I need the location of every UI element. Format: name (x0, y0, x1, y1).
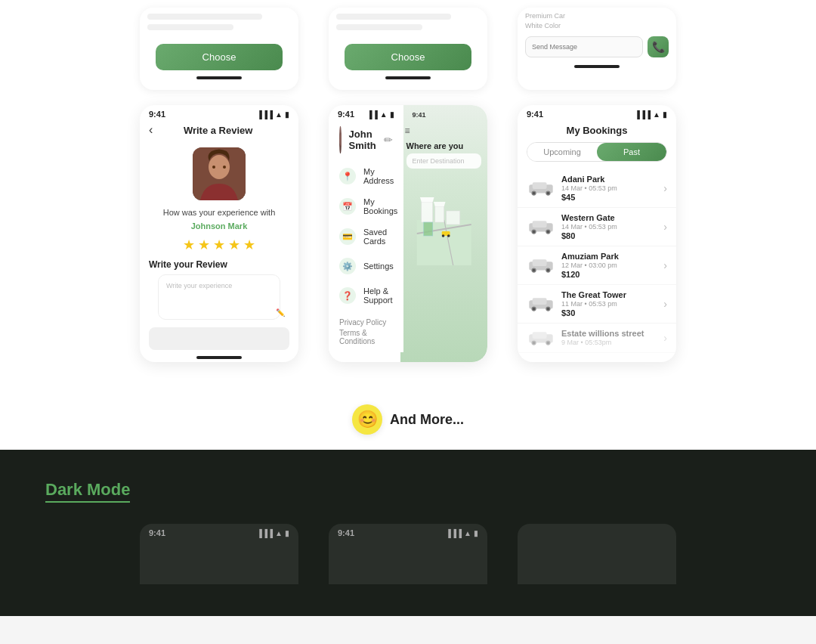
svg-rect-13 (423, 222, 432, 236)
submit-btn-placeholder[interactable] (149, 327, 289, 350)
star-5[interactable]: ★ (243, 237, 255, 253)
menu-status-icons: ▐▐ ▲ ▮ (367, 110, 394, 119)
privacy-policy-link[interactable]: Privacy Policy (339, 318, 393, 327)
where-are-you-section: Where are you Enter Destination (400, 138, 488, 172)
menu-item-help[interactable]: ❓ Help & Support (329, 280, 403, 311)
svg-point-34 (547, 269, 550, 272)
emoji-icon: 😊 (352, 404, 382, 435)
star-3[interactable]: ★ (213, 237, 225, 253)
write-review-label: Write your Review (140, 259, 298, 274)
bottom-bar-1 (196, 76, 242, 79)
svg-rect-30 (533, 259, 547, 266)
booking-date-0: 14 Mar • 05:53 pm (561, 184, 660, 192)
review-header: ‹ Write a Review (140, 120, 298, 141)
svg-point-44 (533, 342, 536, 345)
menu-left-panel: 9:41 ▐▐ ▲ ▮ John Smith ✏ (329, 105, 403, 352)
menu-help-label: Help & Support (363, 286, 393, 305)
menu-item-address[interactable]: 📍 My Address (329, 161, 403, 191)
menu-status-time: 9:41 (338, 110, 354, 119)
dark-phone-stub-1: 9:41 ▐▐▐ ▲ ▮ (140, 524, 298, 584)
placeholder-2 (147, 24, 233, 30)
menu-cards-label: Saved Cards (363, 228, 393, 246)
booking-item-2[interactable]: Amuziam Park 12 Mar • 03:00 pm $120 › (518, 246, 676, 285)
booking-car-3 (527, 296, 555, 312)
stars-row[interactable]: ★ ★ ★ ★ ★ (140, 232, 298, 259)
and-more-section: 😊 And More... (0, 392, 816, 450)
booking-item-0[interactable]: Adani Park 14 Mar • 05:53 pm $45 › (518, 169, 676, 208)
top-phone-2: Choose (329, 8, 487, 90)
chevron-icon-3: › (663, 298, 667, 310)
edit-icon[interactable]: ✏ (384, 134, 393, 146)
svg-rect-18 (533, 182, 547, 189)
svg-point-4 (223, 166, 226, 169)
svg-point-22 (547, 192, 550, 195)
booking-item-3[interactable]: The Great Tower 11 Mar • 05:53 pm $30 › (518, 285, 676, 324)
menu-item-settings[interactable]: ⚙️ Settings (329, 252, 403, 280)
choose-button-1[interactable]: Choose (156, 44, 283, 70)
map-3d-svg (400, 175, 488, 265)
booking-info-0: Adani Park 14 Mar • 05:53 pm $45 (561, 175, 660, 202)
dark-mode-title: Dark Mode (45, 480, 130, 503)
chevron-icon-1: › (663, 221, 667, 233)
hamburger-wrap[interactable]: ≡ (400, 122, 488, 138)
booking-info-2: Amuziam Park 12 Mar • 03:00 pm $120 (561, 252, 660, 279)
signal-icon: ▐▐▐ (257, 110, 273, 119)
bookings-signal-icon: ▐▐▐ (635, 110, 651, 119)
map-overlay: 9:41 ≡ Where are you Enter Destination (400, 105, 488, 362)
booking-place-4: Estate willions street (561, 329, 660, 338)
bookings-status-icons: ▐▐▐ ▲ ▮ (635, 110, 667, 119)
svg-point-15 (441, 234, 444, 237)
bottom-bar-3 (574, 65, 620, 68)
svg-point-46 (547, 342, 550, 345)
avatar-image (193, 147, 246, 200)
menu-item-bookings[interactable]: 📅 My Bookings (329, 191, 403, 221)
send-message-input[interactable] (525, 36, 643, 57)
call-button[interactable]: 📞 (648, 36, 669, 57)
booking-price-0: $45 (561, 193, 660, 202)
svg-point-26 (533, 231, 536, 234)
bookings-status-bar: 9:41 ▐▐▐ ▲ ▮ (518, 105, 676, 120)
bookings-status-time: 9:41 (527, 110, 543, 119)
dark-phone-stub-3 (518, 524, 676, 584)
and-more-text: And More... (390, 412, 464, 428)
svg-rect-10 (434, 206, 444, 222)
dark-battery-1: ▮ (285, 529, 289, 537)
svg-point-28 (547, 231, 550, 234)
map-status-bar: 9:41 (400, 105, 488, 122)
destination-input-display[interactable]: Enter Destination (406, 153, 482, 169)
svg-point-3 (212, 166, 215, 169)
booking-date-1: 14 Mar • 05:53 pm (561, 223, 660, 231)
booking-car-1 (527, 218, 555, 235)
menu-item-cards[interactable]: 💳 Saved Cards (329, 221, 403, 252)
placeholder-1 (147, 14, 262, 20)
top-phone-1: Choose (140, 8, 298, 90)
dark-signal-1: ▐▐▐ (257, 529, 273, 537)
choose-button-2[interactable]: Choose (345, 44, 471, 70)
terms-link[interactable]: Terms & Conditions (339, 329, 393, 345)
booking-car-2 (527, 257, 555, 274)
bookings-wifi-icon: ▲ (653, 110, 660, 119)
phone-icon: 📞 (652, 41, 665, 53)
placeholder-3 (336, 14, 451, 20)
svg-point-20 (533, 192, 536, 195)
review-textarea-display: Write your experience (158, 274, 280, 320)
hamburger-menu-icon[interactable]: ≡ (405, 125, 410, 136)
star-4[interactable]: ★ (228, 237, 240, 253)
bottom-bar-2 (385, 76, 431, 79)
menu-battery-icon: ▮ (390, 110, 394, 119)
svg-point-2 (209, 158, 229, 173)
tab-upcoming[interactable]: Upcoming (527, 143, 597, 161)
booking-price-3: $30 (561, 308, 660, 317)
back-arrow-icon[interactable]: ‹ (149, 123, 153, 137)
star-2[interactable]: ★ (198, 237, 210, 253)
top-phone-3: Premium Car White Color 📞 (518, 8, 676, 90)
booking-item-4[interactable]: Estate willions street 9 Mar • 05:53pm › (518, 324, 676, 353)
review-status-icons: ▐▐▐ ▲ ▮ (257, 110, 289, 119)
chevron-icon-2: › (663, 259, 667, 271)
wifi-icon: ▲ (275, 110, 283, 119)
booking-item-1[interactable]: Western Gate 14 Mar • 05:53 pm $80 › (518, 208, 676, 246)
booking-car-0 (527, 180, 555, 197)
star-1[interactable]: ★ (183, 237, 195, 253)
tab-past[interactable]: Past (597, 143, 666, 161)
middle-section: 9:41 ▐▐▐ ▲ ▮ ‹ Write a Review (0, 90, 816, 392)
